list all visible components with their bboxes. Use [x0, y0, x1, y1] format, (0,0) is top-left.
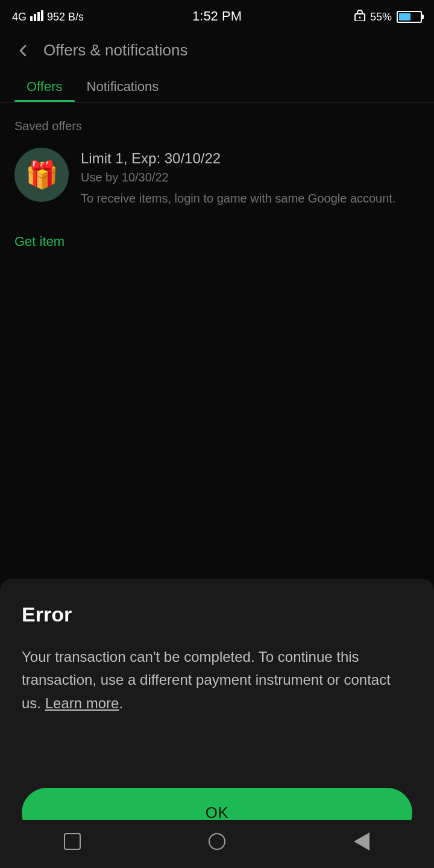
error-message: Your transaction can't be completed. To … — [22, 646, 412, 764]
recents-icon — [64, 833, 81, 850]
svg-point-5 — [359, 17, 360, 19]
recents-button[interactable] — [57, 826, 87, 857]
battery-percent: 55% — [370, 11, 392, 24]
section-label: Saved offers — [14, 119, 420, 133]
offer-description: To receive items, login to game with sam… — [81, 189, 420, 207]
offer-details: Limit 1, Exp: 30/10/22 Use by 10/30/22 T… — [81, 148, 420, 207]
status-bar: 4G 952 B/s 1:52 PM 55% — [0, 0, 434, 31]
back-nav-button[interactable] — [347, 826, 377, 857]
nav-bar — [0, 820, 434, 868]
tabs-container: Offers Notifications — [0, 69, 434, 102]
learn-more-link[interactable]: Learn more — [45, 695, 119, 711]
offer-card: 🎁 Limit 1, Exp: 30/10/22 Use by 10/30/22… — [14, 148, 420, 207]
svg-rect-3 — [41, 10, 43, 21]
home-icon — [209, 833, 225, 850]
signal-bars — [30, 9, 43, 25]
offer-title: Limit 1, Exp: 30/10/22 — [81, 150, 420, 167]
signal-icon: 4G — [12, 11, 27, 24]
home-button[interactable] — [202, 826, 232, 857]
gift-icon: 🎁 — [25, 159, 58, 190]
status-time: 1:52 PM — [192, 8, 242, 24]
error-title: Error — [22, 603, 412, 626]
network-speed: 952 B/s — [47, 11, 84, 24]
status-left: 4G 952 B/s — [12, 9, 84, 25]
header: Offers & notifications — [0, 31, 434, 69]
status-right: 55% — [354, 9, 422, 25]
tab-notifications[interactable]: Notifications — [75, 69, 171, 102]
battery-bar — [397, 11, 422, 23]
tab-offers[interactable]: Offers — [14, 69, 75, 102]
offer-icon: 🎁 — [14, 148, 69, 202]
svg-rect-0 — [30, 16, 33, 21]
main-content: Saved offers 🎁 Limit 1, Exp: 30/10/22 Us… — [0, 102, 434, 476]
battery-fill — [399, 13, 410, 20]
get-item-button[interactable]: Get item — [14, 234, 64, 250]
svg-rect-2 — [37, 12, 40, 21]
offer-date: Use by 10/30/22 — [81, 171, 420, 184]
back-icon — [354, 832, 370, 851]
page-title: Offers & notifications — [43, 41, 187, 60]
svg-rect-1 — [34, 14, 36, 21]
back-button[interactable] — [14, 42, 31, 59]
lock-icon — [354, 9, 365, 25]
